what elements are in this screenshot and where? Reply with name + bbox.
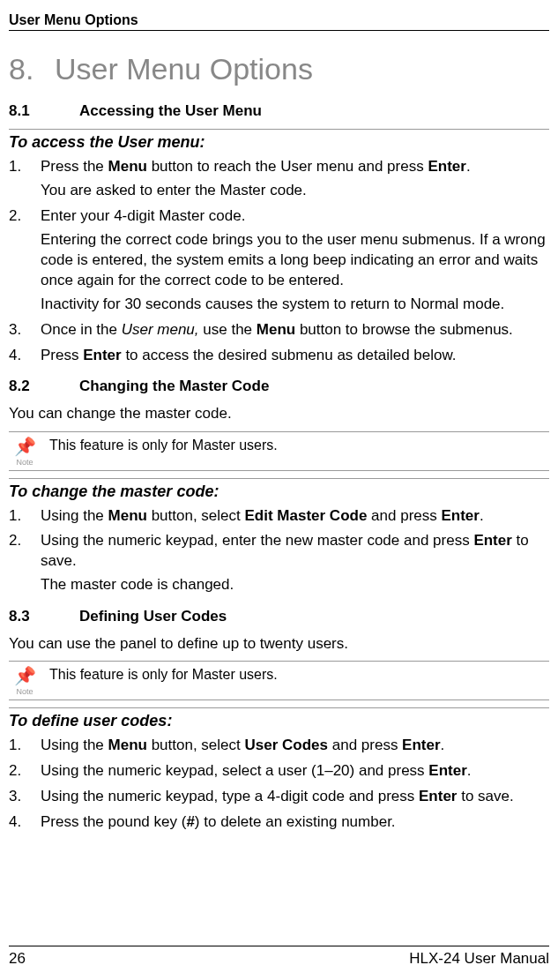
- text: .: [480, 507, 484, 524]
- step-3: 3. Using the numeric keypad, type a 4-di…: [9, 787, 549, 811]
- step-detail: You are asked to enter the Master code.: [41, 181, 549, 201]
- section-8-1-heading: 8.1Accessing the User Menu: [9, 102, 549, 120]
- section-number: 8.3: [9, 608, 79, 625]
- chapter-name: User Menu Options: [55, 52, 313, 86]
- note-box: 📌 Note This feature is only for Master u…: [9, 431, 549, 471]
- step-number: 1.: [9, 157, 41, 205]
- section-number: 8.1: [9, 102, 79, 120]
- step-detail: The master code is changed.: [41, 575, 549, 595]
- step-number: 1.: [9, 736, 41, 759]
- text: .: [441, 737, 445, 753]
- text: use the: [199, 321, 257, 338]
- procedure-steps: 1. Using the Menu button, select User Co…: [9, 736, 549, 836]
- step-number: 1.: [9, 506, 41, 530]
- step-1: 1. Using the Menu button, select User Co…: [9, 736, 549, 759]
- section-intro: You can use the panel to define up to tw…: [9, 634, 549, 654]
- note-text: This feature is only for Master users.: [49, 438, 278, 453]
- section-title: Changing the Master Code: [79, 378, 269, 394]
- step-number: 3.: [9, 787, 41, 811]
- text: Using the numeric keypad, type a 4-digit…: [41, 788, 419, 804]
- step-text: Enter your 4-digit Master code.: [41, 206, 549, 227]
- text: .: [467, 762, 472, 779]
- pound-key-label: #: [186, 813, 194, 830]
- text: Once in the: [41, 321, 122, 338]
- step-1: 1. Press the Menu button to reach the Us…: [9, 157, 549, 205]
- step-2: 2. Using the numeric keypad, enter the n…: [9, 531, 549, 599]
- note-icon: 📌 Note: [9, 438, 41, 467]
- procedure-title-change-master: To change the master code:: [9, 478, 549, 501]
- step-number: 3.: [9, 320, 41, 344]
- user-codes-label: User Codes: [245, 737, 328, 753]
- text: Press the pound key (: [41, 813, 186, 830]
- manual-title: HLX-24 User Manual: [409, 950, 549, 968]
- text: and press: [367, 507, 441, 524]
- enter-button-label: Enter: [428, 762, 466, 779]
- note-icon: 📌 Note: [9, 667, 41, 696]
- edit-master-code-label: Edit Master Code: [245, 507, 368, 524]
- text: Press the: [41, 158, 108, 175]
- note-text: This feature is only for Master users.: [49, 667, 278, 683]
- step-1: 1. Using the Menu button, select Edit Ma…: [9, 506, 549, 530]
- section-8-3-heading: 8.3Defining User Codes: [9, 608, 549, 625]
- step-4: 4. Press the pound key (#) to delete an …: [9, 812, 549, 836]
- menu-button-label: Menu: [257, 321, 295, 338]
- step-detail: Inactivity for 30 seconds causes the sys…: [41, 295, 549, 315]
- menu-button-label: Menu: [108, 507, 147, 524]
- chapter-number: 8.: [9, 52, 55, 86]
- text: button to reach the User menu and press: [147, 158, 428, 175]
- enter-button-label: Enter: [428, 158, 465, 175]
- procedure-steps: 1. Using the Menu button, select Edit Ma…: [9, 506, 549, 600]
- text: and press: [328, 737, 402, 753]
- enter-button-label: Enter: [419, 788, 457, 804]
- text: Using the numeric keypad, select a user …: [41, 762, 428, 779]
- step-2: 2. Enter your 4-digit Master code. Enter…: [9, 206, 549, 318]
- pushpin-icon: 📌: [14, 666, 36, 685]
- text: button, select: [147, 507, 245, 524]
- enter-button-label: Enter: [402, 737, 440, 753]
- text: ) to delete an existing number.: [195, 813, 396, 830]
- text: to access the desired submenu as detaile…: [122, 347, 457, 363]
- text: button, select: [147, 737, 245, 753]
- note-label: Note: [9, 458, 41, 467]
- procedure-title-access-user-menu: To access the User menu:: [9, 129, 549, 152]
- step-number: 2.: [9, 206, 41, 318]
- step-number: 2.: [9, 761, 41, 785]
- chapter-title: 8.User Menu Options: [9, 52, 549, 86]
- text: Using the: [41, 737, 108, 753]
- note-box: 📌 Note This feature is only for Master u…: [9, 661, 549, 700]
- text: Press: [41, 347, 83, 363]
- page-number: 26: [9, 950, 26, 968]
- procedure-steps: 1. Press the Menu button to reach the Us…: [9, 157, 549, 369]
- step-number: 2.: [9, 531, 41, 599]
- text: Using the numeric keypad, enter the new …: [41, 532, 473, 549]
- note-label: Note: [9, 687, 41, 696]
- section-title: Accessing the User Menu: [79, 102, 262, 119]
- pushpin-icon: 📌: [14, 437, 36, 456]
- section-title: Defining User Codes: [79, 608, 227, 625]
- step-3: 3. Once in the User menu, use the Menu b…: [9, 320, 549, 344]
- text: button to browse the submenus.: [295, 321, 513, 338]
- enter-button-label: Enter: [473, 532, 511, 549]
- running-header: User Menu Options: [9, 12, 549, 31]
- user-menu-italic: User menu,: [122, 321, 199, 338]
- section-8-2-heading: 8.2Changing the Master Code: [9, 378, 549, 395]
- text: Using the: [41, 507, 108, 524]
- menu-button-label: Menu: [108, 737, 147, 753]
- procedure-title-define-user-codes: To define user codes:: [9, 707, 549, 730]
- step-detail: Entering the correct code brings you to …: [41, 230, 549, 291]
- enter-button-label: Enter: [441, 507, 479, 524]
- step-number: 4.: [9, 812, 41, 836]
- step-4: 4. Press Enter to access the desired sub…: [9, 346, 549, 370]
- step-number: 4.: [9, 346, 41, 370]
- step-2: 2. Using the numeric keypad, select a us…: [9, 761, 549, 785]
- text: to save.: [458, 788, 514, 804]
- enter-button-label: Enter: [83, 347, 121, 363]
- section-intro: You can change the master code.: [9, 404, 549, 423]
- page-footer: 26 HLX-24 User Manual: [9, 946, 549, 968]
- menu-button-label: Menu: [108, 158, 147, 175]
- text: .: [466, 158, 471, 175]
- section-number: 8.2: [9, 378, 79, 395]
